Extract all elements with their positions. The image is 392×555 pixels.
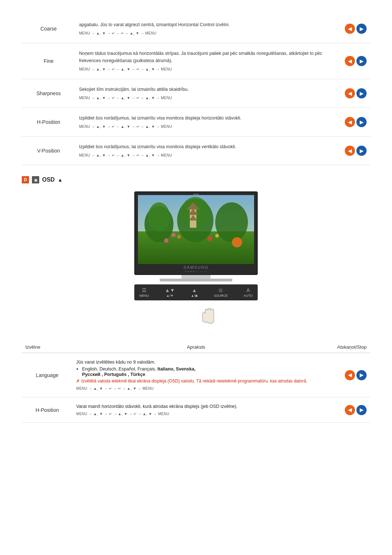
settings-buttons: ◀ ▶ bbox=[336, 108, 370, 137]
settings-desc: Izpildiet šos norādījumus, lai izmainītu… bbox=[75, 108, 336, 137]
btn-decrease[interactable]: ◀ bbox=[345, 146, 355, 156]
osd-hpos-desc: Varat mainīt horizontālo stāvokli, kurā … bbox=[73, 397, 319, 423]
btn-lang-increase[interactable]: ▶ bbox=[356, 370, 367, 380]
monitor-brand: SAMSUNG bbox=[183, 265, 209, 270]
ctrl-label: AUTO bbox=[244, 294, 253, 297]
settings-desc: Noņem tādus traucējumus kā horizontālās … bbox=[75, 43, 336, 79]
lang-buttons: ◀ ▶ bbox=[319, 353, 370, 397]
ctrl-label: ▲/◉ bbox=[191, 294, 198, 297]
osd-label: Language bbox=[22, 353, 73, 397]
control-button[interactable]: ▲ ▲/◉ bbox=[191, 287, 198, 297]
osd-row-hposition: H-Position Varat mainīt horizontālo stāv… bbox=[22, 397, 370, 423]
svg-point-14 bbox=[215, 234, 219, 238]
hpos-buttons: ◀ ▶ bbox=[319, 397, 370, 423]
btn-decrease[interactable]: ◀ bbox=[345, 24, 355, 34]
ctrl-icon: ▲▼ bbox=[165, 287, 175, 293]
btn-increase[interactable]: ▶ bbox=[356, 88, 367, 98]
settings-desc: Sekojiet šīm instrukcijām, lai izmainītu… bbox=[75, 79, 336, 108]
ctrl-icon: ☰ bbox=[142, 287, 147, 293]
settings-label: H-Position bbox=[22, 108, 75, 137]
osd-lang-desc: Jūs varat izvēlēties kādu no 9 valodām. … bbox=[73, 353, 319, 397]
svg-point-15 bbox=[164, 238, 168, 243]
monitor-stand bbox=[134, 275, 258, 281]
osd-section-header: D ▣ OSD ▲ bbox=[22, 176, 370, 185]
settings-buttons: ◀ ▶ bbox=[336, 43, 370, 79]
btn-decrease[interactable]: ◀ bbox=[345, 56, 355, 66]
settings-desc: apgabalu. Jūs to varat atgriezt centrā, … bbox=[75, 15, 336, 43]
svg-point-12 bbox=[177, 235, 181, 239]
btn-increase[interactable]: ▶ bbox=[356, 24, 367, 34]
monitor-image-container: SAMSUNG ♦ ♦ ♦ ♦ — — — ☰ MENU▲▼ ▲/▼▲ ▲/◉⊙… bbox=[22, 191, 370, 334]
btn-decrease[interactable]: ◀ bbox=[345, 117, 355, 127]
control-button[interactable]: ☰ MENU bbox=[139, 287, 149, 297]
settings-table: Coarse apgabalu. Jūs to varat atgriezt c… bbox=[22, 15, 370, 165]
control-button[interactable]: ▲▼ ▲/▼ bbox=[165, 287, 175, 297]
monitor-bezel-bottom: SAMSUNG ♦ ♦ ♦ ♦ — — — bbox=[138, 264, 254, 274]
settings-buttons: ◀ ▶ bbox=[336, 15, 370, 43]
ctrl-label: ▲/▼ bbox=[166, 294, 173, 297]
settings-buttons: ◀ ▶ bbox=[336, 79, 370, 108]
settings-row: Coarse apgabalu. Jūs to varat atgriezt c… bbox=[22, 15, 370, 43]
control-panel: ☰ MENU▲▼ ▲/▼▲ ▲/◉⊙ SOURCEA AUTO bbox=[134, 284, 258, 300]
btn-lang-decrease[interactable]: ◀ bbox=[345, 370, 355, 380]
btn-decrease[interactable]: ◀ bbox=[345, 88, 355, 98]
settings-label: Sharpness bbox=[22, 79, 75, 108]
hand-pointer-icon bbox=[200, 304, 221, 329]
monitor-subtitle: ♦ ♦ ♦ ♦ — — — bbox=[183, 270, 209, 273]
settings-label: Fine bbox=[22, 43, 75, 79]
settings-desc: Izpildiet šos norādījumus, lai izmainītu… bbox=[75, 137, 336, 165]
svg-point-16 bbox=[232, 237, 242, 247]
btn-increase[interactable]: ▶ bbox=[356, 117, 367, 127]
ctrl-icon: A bbox=[246, 287, 250, 293]
monitor-scene-svg bbox=[138, 195, 254, 264]
settings-row: Sharpness Sekojiet šīm instrukcijām, lai… bbox=[22, 79, 370, 108]
btn-increase[interactable]: ▶ bbox=[356, 56, 367, 66]
ctrl-label: MENU bbox=[139, 294, 149, 297]
monitor-screen bbox=[138, 195, 254, 264]
osd-col-desc: Apraksts bbox=[73, 341, 319, 353]
svg-point-13 bbox=[207, 236, 212, 241]
settings-label: V-Position bbox=[22, 137, 75, 165]
settings-row: H-Position Izpildiet šos norādījumus, la… bbox=[22, 108, 370, 137]
svg-point-6 bbox=[215, 202, 248, 242]
control-button[interactable]: A AUTO bbox=[244, 287, 253, 297]
osd-col-action: Atskaņot/Stop bbox=[319, 341, 370, 353]
control-button[interactable]: ⊙ SOURCE bbox=[214, 287, 228, 297]
osd-col-menu: Izvēlne bbox=[22, 341, 73, 353]
monitor-outer: SAMSUNG ♦ ♦ ♦ ♦ — — — bbox=[134, 191, 258, 275]
btn-hpos-decrease[interactable]: ◀ bbox=[345, 405, 355, 415]
osd-hpos-label: H-Position bbox=[22, 397, 73, 423]
settings-row: Fine Noņem tādus traucējumus kā horizont… bbox=[22, 43, 370, 79]
monitor-foot bbox=[160, 279, 232, 281]
ctrl-icon: ▲ bbox=[192, 287, 197, 293]
ctrl-label: SOURCE bbox=[214, 294, 228, 297]
monitor-neck bbox=[181, 275, 211, 279]
osd-table-header-row: Izvēlne Apraksts Atskaņot/Stop bbox=[22, 341, 370, 353]
osd-table: Izvēlne Apraksts Atskaņot/Stop Language … bbox=[22, 341, 370, 423]
settings-buttons: ◀ ▶ bbox=[336, 137, 370, 165]
ctrl-icon: ⊙ bbox=[219, 287, 223, 293]
osd-d-icon: D bbox=[22, 176, 29, 183]
btn-hpos-increase[interactable]: ▶ bbox=[356, 405, 367, 415]
settings-label: Coarse bbox=[22, 15, 75, 43]
svg-point-11 bbox=[171, 233, 176, 237]
osd-title: OSD bbox=[42, 177, 55, 183]
osd-arrow-icon: ▲ bbox=[58, 177, 63, 183]
hand-pointer-container bbox=[200, 304, 221, 331]
osd-row-language: Language Jūs varat izvēlēties kādu no 9 … bbox=[22, 353, 370, 397]
btn-increase[interactable]: ▶ bbox=[356, 146, 367, 156]
settings-row: V-Position Izpildiet šos norādījumus, la… bbox=[22, 137, 370, 165]
osd-box-icon: ▣ bbox=[32, 176, 39, 183]
svg-point-3 bbox=[148, 202, 170, 231]
